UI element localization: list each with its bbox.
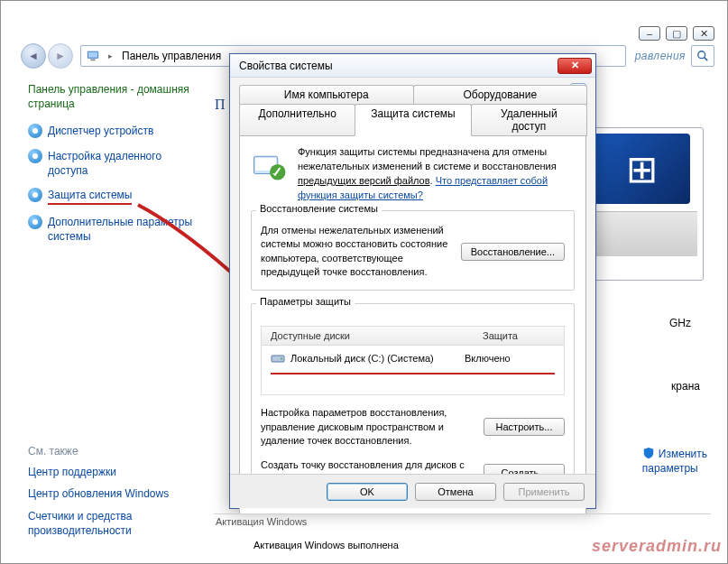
protection-icon — [251, 145, 289, 183]
bullet-icon — [28, 215, 42, 229]
sidebar-item-system-protection[interactable]: Защита системы — [28, 188, 199, 205]
group-label-protection: Параметры защиты — [256, 296, 355, 307]
nav-back-button[interactable]: ◄ — [21, 43, 46, 69]
see-also-link-support[interactable]: Центр поддержки — [28, 465, 199, 479]
computer-icon — [87, 50, 99, 62]
activation-heading: Активация Windows — [216, 516, 307, 527]
watermark: serveradmin.ru — [592, 537, 722, 556]
sidebar-title[interactable]: Панель управления - домашняя страница — [28, 82, 199, 111]
apply-button[interactable]: Применить — [503, 483, 585, 501]
heading-fragment: П — [215, 97, 226, 113]
see-also-link-perf[interactable]: Счетчики и средства производительности — [28, 509, 199, 538]
see-also-link-update[interactable]: Центр обновления Windows — [28, 486, 199, 501]
drives-table[interactable]: Доступные диски Защита Локальный диск (C… — [261, 326, 565, 395]
bullet-icon — [28, 188, 42, 202]
dialog-close-button[interactable]: ✕ — [558, 58, 592, 74]
svg-point-9 — [281, 358, 282, 360]
dialog-title: Свойства системы — [239, 60, 558, 72]
sidebar-item-remote[interactable]: Настройка удаленного доступа — [28, 149, 199, 178]
intro-text: Функция защиты системы предназначена для… — [298, 145, 575, 203]
spec-screen-label: крана — [671, 380, 700, 393]
system-illustration: ⊞ — [586, 127, 704, 281]
tab-computer-name[interactable]: Имя компьютера — [239, 85, 414, 105]
cancel-button[interactable]: Отмена — [415, 483, 496, 501]
see-also-heading: См. также — [28, 445, 199, 458]
restore-description: Для отмены нежелательных изменений систе… — [261, 224, 450, 280]
ok-button[interactable]: OK — [327, 483, 408, 501]
table-row[interactable]: Локальный диск (C:) (Система) Включено — [262, 346, 564, 371]
address-hint-text: равления — [635, 50, 686, 62]
svg-rect-2 — [90, 60, 95, 61]
group-label-restore: Восстановление системы — [256, 203, 382, 214]
tab-remote[interactable]: Удаленный доступ — [471, 104, 587, 136]
nav-fwd-button[interactable]: ► — [48, 43, 73, 69]
bullet-icon — [28, 124, 42, 138]
windows-logo-icon: ⊞ — [626, 147, 658, 191]
annotation-underline — [271, 373, 555, 374]
svg-rect-1 — [88, 52, 98, 58]
change-settings-link[interactable]: Изменитьпараметры — [642, 447, 707, 476]
tab-system-protection[interactable]: Защита системы — [355, 104, 471, 136]
bullet-icon — [28, 149, 42, 163]
maximize-button[interactable]: ▢ — [666, 26, 687, 41]
tab-advanced[interactable]: Дополнительно — [239, 104, 355, 136]
close-window-button[interactable]: ✕ — [693, 26, 714, 41]
sidebar-item-advanced[interactable]: Дополнительные параметры системы — [28, 215, 199, 244]
configure-description: Настройка параметров восстановления, упр… — [261, 406, 473, 448]
window-controls: – ▢ ✕ — [639, 26, 714, 41]
col-protection: Защита — [474, 327, 564, 345]
restore-button[interactable]: Восстановление... — [461, 243, 565, 261]
minimize-button[interactable]: – — [639, 26, 660, 41]
spec-ghz-label: GHz — [669, 317, 691, 329]
activation-status: Активация Windows выполнена — [253, 540, 399, 550]
drive-icon — [271, 351, 285, 365]
svg-line-4 — [705, 58, 708, 61]
configure-button[interactable]: Настроить... — [484, 418, 565, 436]
search-icon — [696, 50, 709, 62]
col-drives: Доступные диски — [262, 327, 474, 345]
breadcrumb-seg-1[interactable]: Панель управления — [122, 50, 221, 62]
tab-hardware[interactable]: Оборудование — [413, 85, 588, 105]
system-properties-dialog: Свойства системы ✕ ? Имя компьютера Обор… — [229, 53, 596, 509]
sidebar-item-device-manager[interactable]: Диспетчер устройств — [28, 124, 199, 138]
breadcrumb-sep: ▸ — [105, 51, 116, 60]
search-button[interactable] — [691, 45, 714, 67]
svg-point-3 — [698, 51, 705, 59]
divider — [214, 513, 711, 514]
